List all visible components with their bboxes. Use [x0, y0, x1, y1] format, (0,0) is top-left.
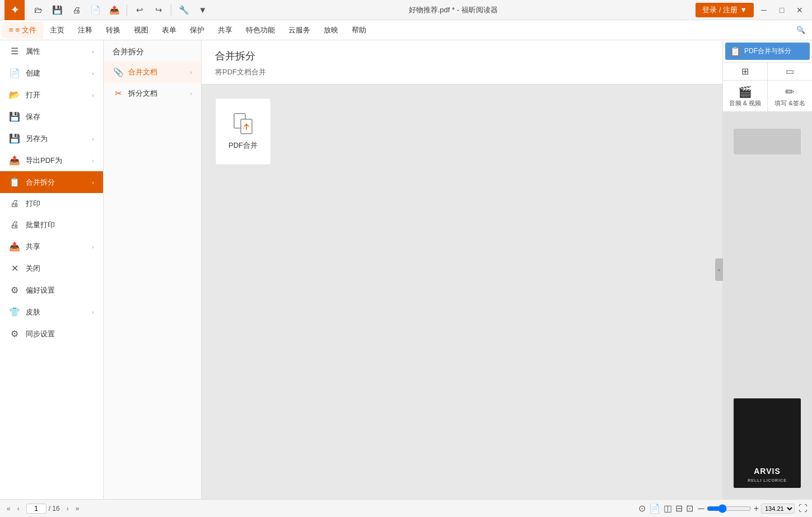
- audio-video-icon: 🎬: [738, 85, 752, 98]
- file-menu-item-saveas[interactable]: 💾 另存为 ›: [0, 128, 103, 149]
- pdf-preview-area: ARVIS RELLI LICORICE: [723, 112, 812, 499]
- file-menu-item-properties[interactable]: ☰ 属性 ›: [0, 40, 103, 62]
- export-file-icon: 📤: [9, 155, 20, 166]
- fill-sign-tool[interactable]: ✏ 填写 &签名: [768, 81, 812, 111]
- menu-item-playback[interactable]: 放映: [317, 22, 345, 39]
- file-menu-item-close[interactable]: ✕ 关闭: [0, 257, 103, 279]
- save-button[interactable]: 💾: [49, 2, 65, 18]
- current-page-input[interactable]: [26, 504, 46, 514]
- menu-item-comment[interactable]: 注释: [71, 22, 99, 39]
- open-folder-button[interactable]: 🗁: [30, 2, 46, 18]
- maximize-button[interactable]: □: [774, 2, 790, 18]
- split-doc-arrow: ›: [190, 90, 192, 97]
- menu-item-help[interactable]: 帮助: [345, 22, 373, 39]
- sync-icon: ⚙: [9, 328, 20, 339]
- new-doc-button[interactable]: 📄: [87, 2, 103, 18]
- zoom-out-button[interactable]: ─: [698, 504, 704, 514]
- read-mode-button[interactable]: ⊙: [638, 503, 646, 514]
- save-file-icon: 💾: [9, 111, 20, 122]
- pdf-merge-card[interactable]: PDF合并: [215, 98, 271, 165]
- saveas-icon: 💾: [9, 133, 20, 144]
- redo-button[interactable]: ↪: [151, 2, 166, 18]
- grid-view-button[interactable]: ⊞: [723, 63, 767, 80]
- merge-icon: 📋: [9, 177, 20, 187]
- submenu-item-split[interactable]: ✂ 拆分文档 ›: [104, 83, 201, 104]
- fill-sign-icon: ✏: [785, 85, 795, 98]
- content-subtitle: 将PDF文档合并: [215, 67, 709, 84]
- double-page-button[interactable]: ◫: [664, 503, 672, 514]
- search-button[interactable]: 🔍: [792, 24, 810, 36]
- submenu-item-merge[interactable]: 📎 合并文档 ›: [104, 62, 201, 83]
- merge-doc-arrow: ›: [190, 69, 192, 76]
- menu-item-file[interactable]: ≡ ≡ 文件: [2, 22, 43, 39]
- scroll-mode-button[interactable]: ⊟: [675, 503, 683, 514]
- single-page-button[interactable]: 📄: [649, 503, 660, 514]
- menu-item-table[interactable]: 表单: [155, 22, 183, 39]
- file-menu-item-export[interactable]: 📤 导出PDF为 ›: [0, 149, 103, 171]
- app-logo: ✦: [4, 0, 25, 20]
- page-nav-next: › »: [64, 504, 82, 514]
- share-file-icon: 📤: [9, 241, 20, 252]
- close-file-icon: ✕: [9, 263, 20, 274]
- content-title: 合并拆分: [215, 49, 709, 63]
- pdf-merge-highlight-button[interactable]: 📋 PDF合并与拆分: [725, 43, 810, 60]
- fullscreen-button[interactable]: ⛶: [799, 504, 808, 514]
- last-page-button[interactable]: »: [73, 504, 82, 514]
- saveas-arrow: ›: [92, 135, 94, 142]
- right-panel-tools: 🎬 音频 & 视频 ✏ 填写 &签名: [723, 81, 812, 112]
- file-menu-item-batchprint[interactable]: 🖨 批量打印: [0, 214, 103, 236]
- zoom-select[interactable]: 134.21% 50% 75% 100% 125% 150% 200%: [761, 504, 795, 514]
- file-menu-item-skin[interactable]: 👕 皮肤 ›: [0, 301, 103, 323]
- export-button[interactable]: 📤: [106, 2, 122, 18]
- audio-video-tool[interactable]: 🎬 音频 & 视频: [723, 81, 768, 111]
- file-menu-item-merge[interactable]: 📋 合并拆分 ›: [0, 171, 103, 193]
- menu-item-share[interactable]: 共享: [211, 22, 239, 39]
- next-page-button[interactable]: ›: [64, 504, 71, 514]
- split-doc-icon: ✂: [113, 88, 124, 98]
- close-button[interactable]: ✕: [792, 2, 808, 18]
- login-button[interactable]: 登录 / 注册 ▼: [696, 3, 754, 17]
- file-menu-item-create[interactable]: 📄 创建 ›: [0, 62, 103, 84]
- menu-item-convert[interactable]: 转换: [99, 22, 127, 39]
- zoom-in-button[interactable]: +: [754, 504, 759, 514]
- zoom-slider[interactable]: [707, 504, 752, 513]
- properties-icon: ☰: [9, 46, 20, 57]
- statusbar-tools: ⊙ 📄 ◫ ⊟ ⊡: [638, 503, 693, 514]
- minimize-button[interactable]: ─: [756, 2, 772, 18]
- skin-icon: 👕: [9, 307, 20, 317]
- content-area: 合并拆分 将PDF文档合并 PDF合并: [202, 40, 722, 499]
- total-pages-label: / 16: [49, 505, 60, 513]
- menu-item-home[interactable]: 主页: [43, 22, 71, 39]
- more-tools-button[interactable]: 🔧: [176, 2, 192, 18]
- file-menu-item-sync[interactable]: ⚙ 同步设置: [0, 323, 103, 345]
- page-indicator: / 16: [26, 504, 60, 514]
- file-menu-item-prefs[interactable]: ⚙ 偏好设置: [0, 279, 103, 301]
- undo-button[interactable]: ↩: [132, 2, 147, 18]
- menu-item-features[interactable]: 特色功能: [239, 22, 282, 39]
- right-panel: 📋 PDF合并与拆分 ⊞ ▭ 🎬 音频 & 视频 ✏ 填写 &签名 ARVIS: [722, 40, 812, 499]
- create-arrow: ›: [92, 70, 94, 77]
- list-view-button[interactable]: ▭: [767, 63, 812, 80]
- file-menu-item-open[interactable]: 📂 打开 ›: [0, 84, 103, 106]
- export-arrow: ›: [92, 157, 94, 164]
- file-menu-item-share[interactable]: 📤 共享 ›: [0, 236, 103, 257]
- file-menu-item-print[interactable]: 🖨 打印: [0, 193, 103, 214]
- menu-item-view[interactable]: 视图: [127, 22, 155, 39]
- fit-page-button[interactable]: ⊡: [686, 503, 693, 514]
- menu-icon-file: ≡: [9, 26, 13, 34]
- titlebar-left: ✦ 🗁 💾 🖨 📄 📤 ↩ ↪ 🔧 ▼: [4, 0, 211, 20]
- content-header: 合并拆分 将PDF文档合并: [202, 40, 722, 84]
- toolbar-dropdown-button[interactable]: ▼: [195, 2, 211, 18]
- separator-1: [127, 4, 127, 16]
- prev-page-button[interactable]: ‹: [15, 504, 22, 514]
- submenu-title: 合并拆分: [104, 40, 201, 62]
- file-menu-item-save[interactable]: 💾 保存: [0, 106, 103, 128]
- first-page-button[interactable]: «: [4, 504, 13, 514]
- menubar: ≡ ≡ 文件 主页 注释 转换 视图 表单 保护 共享 特色功能 云服务 放映 …: [0, 20, 812, 40]
- menu-item-cloud[interactable]: 云服务: [282, 22, 317, 39]
- menu-item-protect[interactable]: 保护: [183, 22, 211, 39]
- print-button[interactable]: 🖨: [68, 2, 84, 18]
- merge-doc-icon: 📎: [113, 67, 124, 77]
- zoom-controls: ─ + 134.21% 50% 75% 100% 125% 150% 200%: [698, 504, 792, 514]
- collapse-right-panel-button[interactable]: ›: [715, 258, 723, 281]
